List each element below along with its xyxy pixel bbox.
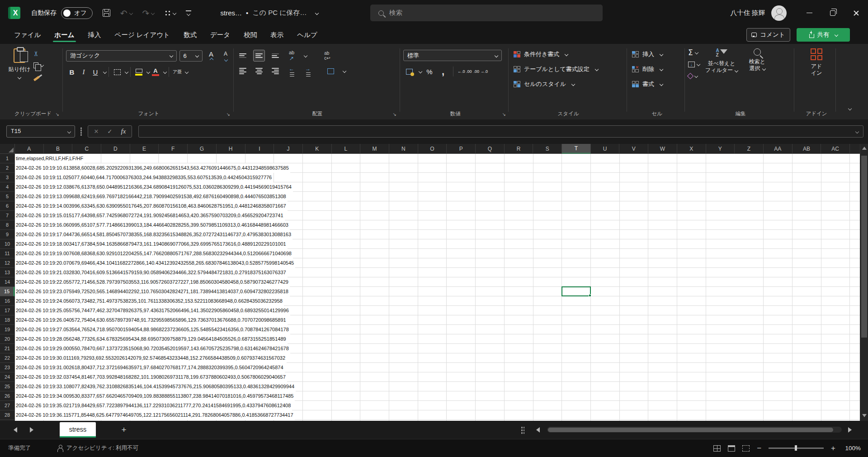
undo-button[interactable]: ↶: [120, 8, 132, 18]
decrease-font-button[interactable]: A: [220, 50, 231, 62]
grid-row-8-text[interactable]: 2024-02-26 10:19:16.060995,65107,577.714…: [15, 220, 290, 230]
selected-cell[interactable]: [561, 286, 591, 296]
tab-home[interactable]: ホーム: [47, 26, 81, 44]
row-header-21[interactable]: 21: [0, 344, 14, 353]
number-format-combo[interactable]: 標準: [403, 50, 502, 61]
document-title[interactable]: stres… • この PC に保存…: [220, 9, 318, 17]
paste-button[interactable]: 貼り付け: [5, 44, 33, 103]
column-header-E[interactable]: E: [130, 144, 159, 154]
column-header-Q[interactable]: Q: [476, 144, 505, 154]
accessibility-status[interactable]: アクセシビリティ: 利用不可: [57, 444, 138, 452]
row-header-27[interactable]: 27: [0, 401, 14, 410]
minimize-button[interactable]: [797, 0, 821, 26]
align-right-button[interactable]: [269, 65, 281, 77]
row-header-2[interactable]: 2: [0, 163, 14, 173]
sheet-options-handle[interactable]: [521, 426, 524, 434]
column-header-V[interactable]: V: [619, 144, 648, 154]
hscroll-left-button[interactable]: [536, 427, 540, 433]
tab-data[interactable]: データ: [203, 26, 237, 44]
restore-button[interactable]: [821, 0, 844, 26]
fill-color-button[interactable]: [133, 66, 145, 78]
underline-button[interactable]: U: [90, 66, 101, 78]
row-header-24[interactable]: 24: [0, 372, 14, 382]
column-header-P[interactable]: P: [447, 144, 476, 154]
font-color-button[interactable]: A: [150, 66, 161, 78]
horizontal-scrollbar[interactable]: [547, 427, 842, 433]
row-header-12[interactable]: 12: [0, 258, 14, 268]
bold-button[interactable]: B: [66, 66, 78, 78]
grid-row-2-text[interactable]: 2024-02-26 10:19:10.613858,60028,685.202…: [15, 163, 290, 173]
grid-row-20-text[interactable]: 2024-02-26 10:19:28.056248,77326,634.678…: [15, 334, 288, 344]
row-header-5[interactable]: 5: [0, 192, 14, 201]
fill-handle[interactable]: [589, 294, 591, 297]
percent-style-button[interactable]: %: [424, 66, 435, 77]
vertical-scroll-thumb[interactable]: [861, 156, 867, 338]
next-sheet-button[interactable]: [30, 427, 33, 433]
redo-button[interactable]: ↷: [142, 8, 155, 18]
column-header-H[interactable]: H: [217, 144, 245, 154]
grid-row-28-text[interactable]: 2024-02-26 10:19:36.115771,85448,625.647…: [15, 410, 295, 420]
increase-font-button[interactable]: A: [205, 50, 217, 62]
zoom-in-button[interactable]: +: [831, 444, 835, 453]
row-header-1[interactable]: 1: [0, 154, 14, 163]
format-painter-button[interactable]: [33, 71, 43, 83]
grid-row-25-text[interactable]: 2024-02-26 10:19:33.108077,82439,762.310…: [15, 382, 296, 391]
row-header-9[interactable]: 9: [0, 230, 14, 239]
column-header-AC[interactable]: AC: [821, 144, 850, 154]
fill-button[interactable]: ↓: [688, 58, 700, 70]
tab-view[interactable]: 表示: [264, 26, 290, 44]
insert-cells-button[interactable]: 挿入: [630, 47, 684, 62]
number-dialog-launcher[interactable]: ↘: [502, 112, 506, 117]
grid-row-24-text[interactable]: 2024-02-26 10:19:32.037454,81467,703.992…: [15, 372, 287, 382]
scroll-up-icon[interactable]: [862, 147, 867, 150]
column-header-T[interactable]: T: [562, 144, 591, 154]
align-middle-button[interactable]: [253, 50, 265, 62]
row-header-22[interactable]: 22: [0, 353, 14, 363]
row-header-15[interactable]: 15: [0, 287, 14, 296]
row-header-10[interactable]: 10: [0, 239, 14, 249]
wrap-text-button[interactable]: abc↩: [321, 50, 333, 62]
tab-review[interactable]: 校閲: [237, 26, 264, 44]
tab-file[interactable]: ファイル: [7, 26, 47, 44]
grid-row-14-text[interactable]: 2024-02-26 10:19:22.055772,71456,528.797…: [15, 277, 290, 287]
increase-indent-button[interactable]: →: [302, 65, 314, 77]
column-header-Z[interactable]: Z: [735, 144, 764, 154]
column-header-S[interactable]: S: [533, 144, 562, 154]
column-header-K[interactable]: K: [303, 144, 332, 154]
grid-row-7-text[interactable]: 2024-02-26 10:19:15.015177,64398,657.742…: [15, 211, 285, 220]
autosave-toggle[interactable]: オフ: [61, 7, 93, 19]
excel-app-icon[interactable]: X: [8, 7, 20, 19]
scroll-down-icon[interactable]: [862, 414, 867, 417]
avatar[interactable]: [771, 5, 787, 21]
alignment-dialog-launcher[interactable]: ↘: [393, 112, 396, 117]
cancel-button[interactable]: ✕: [90, 128, 103, 135]
decrease-decimal-button[interactable]: .00 →.0: [474, 66, 488, 77]
row-header-16[interactable]: 16: [0, 296, 14, 306]
row-header-28[interactable]: 28: [0, 410, 14, 420]
align-left-button[interactable]: [237, 65, 249, 77]
column-header-AA[interactable]: AA: [764, 144, 793, 154]
grid-row-12-text[interactable]: 2024-02-26 10:19:20.070679,69466,434.104…: [15, 258, 295, 268]
clipboard-dialog-launcher[interactable]: ↘: [56, 112, 59, 117]
tab-help[interactable]: ヘルプ: [290, 26, 324, 44]
grid-row-4-text[interactable]: 2024-02-26 10:19:12.038676,61378,650.044…: [15, 182, 293, 192]
normal-view-button[interactable]: [713, 445, 721, 452]
column-header-J[interactable]: J: [274, 144, 303, 154]
sheet-tab-stress[interactable]: stress: [60, 422, 96, 438]
collapse-ribbon-button[interactable]: [848, 107, 852, 110]
row-header-26[interactable]: 26: [0, 391, 14, 401]
grid-row-17-text[interactable]: 2024-02-26 10:19:25.055756,74477,462.327…: [15, 306, 290, 315]
column-header-N[interactable]: N: [389, 144, 418, 154]
column-header-F[interactable]: F: [159, 144, 188, 154]
find-select-button[interactable]: 検索と選択: [743, 44, 771, 103]
column-header-R[interactable]: R: [505, 144, 533, 154]
close-button[interactable]: [844, 0, 868, 26]
row-header-25[interactable]: 25: [0, 382, 14, 391]
cell-styles-button[interactable]: セルのスタイル: [512, 76, 625, 91]
align-center-button[interactable]: [253, 65, 265, 77]
column-header-X[interactable]: X: [677, 144, 706, 154]
grid-row-27-text[interactable]: 2024-02-26 10:19:35.021719,84429,657.722…: [15, 401, 292, 410]
borders-button[interactable]: [111, 66, 123, 78]
column-header-C[interactable]: C: [72, 144, 101, 154]
cells-area[interactable]: time,elapsed,RRI,LF,HF,LF/HF2024-02-26 1…: [15, 154, 860, 421]
